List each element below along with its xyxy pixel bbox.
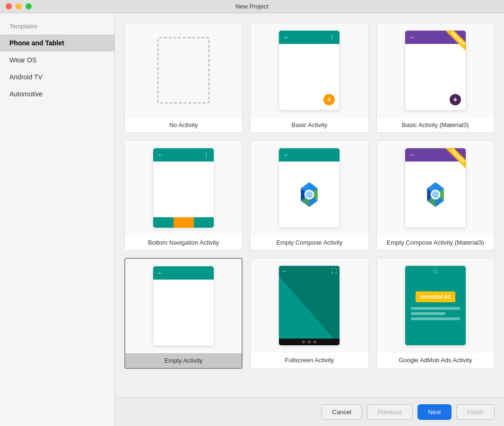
svg-point-17 xyxy=(432,191,439,198)
admob-mockup: Interstitial Ad xyxy=(405,265,466,346)
window-controls[interactable] xyxy=(6,3,32,9)
cancel-button[interactable]: Cancel xyxy=(322,404,362,420)
admob-line-2 xyxy=(411,312,445,315)
sidebar-item-automotive[interactable]: Automotive xyxy=(0,85,114,102)
admob-dot xyxy=(434,270,437,273)
back-arrow-icon: ← xyxy=(283,34,289,41)
template-no-activity[interactable]: No Activity xyxy=(124,23,243,133)
template-admob[interactable]: Interstitial Ad Google AdMob Ads Activit… xyxy=(376,258,495,369)
compose-logo-icon xyxy=(293,178,326,211)
basic-activity-toolbar: ← ⋮ xyxy=(279,31,339,44)
back-arrow-icon: ← xyxy=(157,269,164,277)
no-activity-label: No Activity xyxy=(125,118,242,132)
preview-badge: PREVIEW xyxy=(437,31,466,59)
fullscreen-bottom-bar xyxy=(279,339,339,345)
back-arrow-icon: ← xyxy=(283,151,289,159)
basic-activity-material3-mockup: PREVIEW ← ⋮ + xyxy=(405,30,466,111)
menu-dots-icon: ⋮ xyxy=(203,151,210,159)
empty-activity-preview: ← xyxy=(125,259,242,353)
admob-preview: Interstitial Ad xyxy=(377,258,494,353)
empty-activity-toolbar: ← xyxy=(153,266,214,280)
nav-item-3 xyxy=(194,217,214,228)
templates-grid: No Activity ← ⋮ + Basic Activity xyxy=(115,13,504,398)
sidebar-item-android-tv[interactable]: Android TV xyxy=(0,68,114,85)
template-basic-activity-material3[interactable]: PREVIEW ← ⋮ + Basic Activity (Material3) xyxy=(376,23,495,133)
main-container: Templates Phone and Tablet Wear OS Andro… xyxy=(0,13,504,426)
fullscreen-mockup: ← ⛶ xyxy=(278,265,340,346)
back-arrow-icon: ← xyxy=(409,34,416,41)
basic-activity-mockup: ← ⋮ + xyxy=(278,30,340,111)
compose-logo-icon-m3 xyxy=(419,178,452,211)
fullscreen-label: Fullscreen Activity xyxy=(251,353,368,367)
finish-button[interactable]: Finish xyxy=(456,404,495,420)
basic-activity-material3-label: Basic Activity (Material3) xyxy=(377,118,494,132)
sidebar: Templates Phone and Tablet Wear OS Andro… xyxy=(0,13,115,426)
empty-compose-material3-preview: PREVIEW ← xyxy=(377,141,494,235)
empty-compose-label: Empty Compose Activity xyxy=(251,235,368,250)
preview-badge-material3: PREVIEW xyxy=(437,148,466,177)
back-arrow-icon: ← xyxy=(157,151,164,159)
admob-line-3 xyxy=(411,317,460,320)
nav-dot-1 xyxy=(302,341,305,343)
bottom-nav-toolbar: ← ⋮ xyxy=(153,148,214,162)
menu-dots-icon: ⋮ xyxy=(329,34,336,41)
nav-dot-3 xyxy=(313,341,316,343)
bottom-nav-label: Bottom Navigation Activity xyxy=(125,235,242,250)
bottom-nav-preview: ← ⋮ xyxy=(125,141,242,235)
basic-activity-material3-preview: PREVIEW ← ⋮ + xyxy=(377,23,494,118)
basic-activity-preview: ← ⋮ + xyxy=(251,23,368,118)
fullscreen-content xyxy=(279,276,339,345)
preview-badge-text: PREVIEW xyxy=(443,148,465,170)
expand-icon: ⛶ xyxy=(331,268,337,274)
sidebar-item-phone-tablet[interactable]: Phone and Tablet xyxy=(0,34,114,51)
previous-button[interactable]: Previous xyxy=(367,404,413,420)
admob-lines xyxy=(411,307,460,320)
empty-compose-material3-label: Empty Compose Activity (Material3) xyxy=(377,235,494,250)
empty-activity-content xyxy=(153,280,214,346)
no-activity-preview xyxy=(125,23,242,118)
next-button[interactable]: Next xyxy=(417,404,452,420)
empty-activity-label: Empty Activity xyxy=(125,353,242,368)
admob-line-1 xyxy=(411,307,460,310)
nav-dot-2 xyxy=(308,341,311,343)
fab-icon: + xyxy=(323,94,335,105)
window-title: New Project xyxy=(235,3,269,10)
back-arrow-icon: ← xyxy=(282,268,287,274)
interstitial-ad-label: Interstitial Ad xyxy=(416,291,455,302)
empty-compose-toolbar: ← xyxy=(279,148,339,162)
template-fullscreen[interactable]: ← ⛶ xyxy=(250,258,368,369)
empty-compose-material3-mockup: PREVIEW ← xyxy=(405,148,466,228)
template-empty-compose-material3[interactable]: PREVIEW ← xyxy=(376,140,495,250)
empty-compose-content xyxy=(279,162,339,228)
no-activity-dashed-box xyxy=(157,37,209,103)
fullscreen-preview: ← ⛶ xyxy=(251,258,368,353)
back-arrow-icon: ← xyxy=(409,151,416,159)
admob-label: Google AdMob Ads Activity xyxy=(377,353,494,367)
maximize-button[interactable] xyxy=(26,3,32,9)
template-bottom-nav[interactable]: ← ⋮ Bottom Navigation Activity xyxy=(124,140,243,250)
fullscreen-toolbar: ← ⛶ xyxy=(279,266,339,276)
template-empty-compose[interactable]: ← xyxy=(250,140,368,250)
template-basic-activity[interactable]: ← ⋮ + Basic Activity xyxy=(250,23,368,133)
fullscreen-diagonal-svg xyxy=(279,276,339,345)
bottom-nav-bar xyxy=(153,217,214,228)
footer: Cancel Previous Next Finish xyxy=(115,398,504,426)
svg-point-8 xyxy=(306,191,313,198)
basic-activity-content: + xyxy=(279,44,339,110)
content-area: No Activity ← ⋮ + Basic Activity xyxy=(115,13,504,426)
title-bar: New Project xyxy=(0,0,504,13)
nav-item-2 xyxy=(174,217,194,228)
fab-dark-icon: + xyxy=(450,94,461,105)
preview-badge-text: PREVIEW xyxy=(443,31,465,52)
empty-activity-mockup: ← xyxy=(153,266,214,346)
template-empty-activity[interactable]: ← Empty Activity xyxy=(124,258,243,369)
empty-compose-preview: ← xyxy=(251,141,368,235)
close-button[interactable] xyxy=(6,3,12,9)
empty-compose-mockup: ← xyxy=(278,148,340,228)
bottom-nav-mockup: ← ⋮ xyxy=(153,148,214,228)
basic-activity-label: Basic Activity xyxy=(251,118,368,132)
sidebar-item-wear-os[interactable]: Wear OS xyxy=(0,51,114,68)
sidebar-title: Templates xyxy=(0,13,114,34)
minimize-button[interactable] xyxy=(16,3,22,9)
nav-item-1 xyxy=(153,217,174,228)
